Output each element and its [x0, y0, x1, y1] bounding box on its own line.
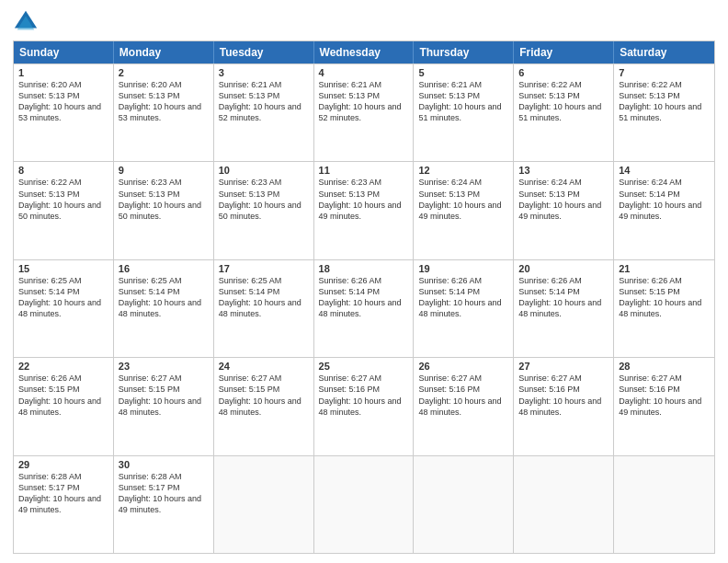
cal-cell-day-26: 26Sunrise: 6:27 AMSunset: 5:16 PMDayligh… [414, 358, 514, 454]
day-info: Sunrise: 6:21 AMSunset: 5:13 PMDaylight:… [219, 79, 309, 124]
day-number: 7 [619, 67, 710, 78]
day-number: 10 [219, 165, 309, 176]
day-number: 2 [119, 67, 209, 78]
header-day-sunday: Sunday [14, 41, 114, 63]
day-info: Sunrise: 6:26 AMSunset: 5:15 PMDaylight:… [18, 373, 108, 418]
day-number: 29 [18, 459, 108, 470]
cal-cell-day-4: 4Sunrise: 6:21 AMSunset: 5:13 PMDaylight… [314, 64, 415, 161]
cal-cell-empty [514, 456, 614, 553]
header-day-friday: Friday [514, 41, 614, 63]
day-number: 25 [319, 361, 409, 372]
cal-cell-day-1: 1Sunrise: 6:20 AMSunset: 5:13 PMDaylight… [14, 64, 114, 161]
day-info: Sunrise: 6:25 AMSunset: 5:14 PMDaylight:… [119, 275, 209, 320]
cal-cell-day-19: 19Sunrise: 6:26 AMSunset: 5:14 PMDayligh… [414, 260, 514, 357]
day-number: 3 [219, 67, 309, 78]
day-info: Sunrise: 6:23 AMSunset: 5:13 PMDaylight:… [219, 177, 309, 222]
day-info: Sunrise: 6:27 AMSunset: 5:15 PMDaylight:… [219, 373, 309, 418]
day-info: Sunrise: 6:27 AMSunset: 5:16 PMDaylight:… [319, 373, 409, 418]
header-day-monday: Monday [114, 41, 214, 63]
cal-week-3: 15Sunrise: 6:25 AMSunset: 5:14 PMDayligh… [14, 259, 714, 357]
day-number: 15 [18, 263, 108, 274]
day-info: Sunrise: 6:24 AMSunset: 5:13 PMDaylight:… [518, 177, 609, 222]
cal-cell-day-12: 12Sunrise: 6:24 AMSunset: 5:13 PMDayligh… [414, 162, 514, 259]
day-number: 24 [219, 361, 309, 372]
day-info: Sunrise: 6:22 AMSunset: 5:13 PMDaylight:… [18, 177, 108, 222]
day-info: Sunrise: 6:20 AMSunset: 5:13 PMDaylight:… [119, 79, 209, 124]
day-number: 17 [219, 263, 309, 274]
header-day-tuesday: Tuesday [214, 41, 314, 63]
calendar-body: 1Sunrise: 6:20 AMSunset: 5:13 PMDaylight… [14, 63, 714, 553]
day-number: 23 [119, 361, 209, 372]
cal-cell-empty [614, 456, 714, 553]
day-number: 1 [18, 67, 108, 78]
day-info: Sunrise: 6:20 AMSunset: 5:13 PMDaylight:… [18, 79, 108, 124]
day-number: 27 [518, 361, 609, 372]
day-info: Sunrise: 6:21 AMSunset: 5:13 PMDaylight:… [418, 79, 508, 124]
day-info: Sunrise: 6:25 AMSunset: 5:14 PMDaylight:… [219, 275, 309, 320]
day-info: Sunrise: 6:24 AMSunset: 5:14 PMDaylight:… [619, 177, 710, 222]
cal-cell-day-9: 9Sunrise: 6:23 AMSunset: 5:13 PMDaylight… [114, 162, 214, 259]
cal-cell-day-2: 2Sunrise: 6:20 AMSunset: 5:13 PMDaylight… [114, 64, 214, 161]
day-info: Sunrise: 6:26 AMSunset: 5:14 PMDaylight:… [319, 275, 409, 320]
cal-week-2: 8Sunrise: 6:22 AMSunset: 5:13 PMDaylight… [14, 161, 714, 259]
day-info: Sunrise: 6:26 AMSunset: 5:14 PMDaylight:… [418, 275, 508, 320]
cal-cell-day-5: 5Sunrise: 6:21 AMSunset: 5:13 PMDaylight… [414, 64, 514, 161]
day-info: Sunrise: 6:28 AMSunset: 5:17 PMDaylight:… [18, 471, 108, 516]
cal-cell-day-23: 23Sunrise: 6:27 AMSunset: 5:15 PMDayligh… [114, 358, 214, 454]
header-day-wednesday: Wednesday [314, 41, 415, 63]
day-info: Sunrise: 6:27 AMSunset: 5:16 PMDaylight:… [418, 373, 508, 418]
day-info: Sunrise: 6:23 AMSunset: 5:13 PMDaylight:… [119, 177, 209, 222]
day-number: 21 [619, 263, 710, 274]
cal-cell-day-25: 25Sunrise: 6:27 AMSunset: 5:16 PMDayligh… [314, 358, 415, 454]
day-info: Sunrise: 6:22 AMSunset: 5:13 PMDaylight:… [518, 79, 609, 124]
header-day-thursday: Thursday [414, 41, 514, 63]
header [13, 9, 715, 35]
cal-cell-day-22: 22Sunrise: 6:26 AMSunset: 5:15 PMDayligh… [14, 358, 114, 454]
cal-week-1: 1Sunrise: 6:20 AMSunset: 5:13 PMDaylight… [14, 63, 714, 161]
day-number: 19 [418, 263, 508, 274]
day-number: 6 [518, 67, 609, 78]
logo [13, 9, 42, 35]
cal-cell-day-11: 11Sunrise: 6:23 AMSunset: 5:13 PMDayligh… [314, 162, 415, 259]
day-info: Sunrise: 6:24 AMSunset: 5:13 PMDaylight:… [418, 177, 508, 222]
page: SundayMondayTuesdayWednesdayThursdayFrid… [0, 0, 728, 563]
cal-cell-day-30: 30Sunrise: 6:28 AMSunset: 5:17 PMDayligh… [114, 456, 214, 553]
cal-cell-day-18: 18Sunrise: 6:26 AMSunset: 5:14 PMDayligh… [314, 260, 415, 357]
day-info: Sunrise: 6:21 AMSunset: 5:13 PMDaylight:… [319, 79, 409, 124]
day-number: 5 [418, 67, 508, 78]
day-info: Sunrise: 6:25 AMSunset: 5:14 PMDaylight:… [18, 275, 108, 320]
cal-cell-empty [414, 456, 514, 553]
day-number: 26 [418, 361, 508, 372]
day-info: Sunrise: 6:27 AMSunset: 5:15 PMDaylight:… [119, 373, 209, 418]
day-number: 30 [119, 459, 209, 470]
cal-cell-day-20: 20Sunrise: 6:26 AMSunset: 5:14 PMDayligh… [514, 260, 614, 357]
day-number: 22 [18, 361, 108, 372]
day-info: Sunrise: 6:22 AMSunset: 5:13 PMDaylight:… [619, 79, 710, 124]
calendar: SundayMondayTuesdayWednesdayThursdayFrid… [13, 40, 715, 554]
cal-cell-day-27: 27Sunrise: 6:27 AMSunset: 5:16 PMDayligh… [514, 358, 614, 454]
cal-cell-empty [314, 456, 415, 553]
cal-week-4: 22Sunrise: 6:26 AMSunset: 5:15 PMDayligh… [14, 357, 714, 454]
cal-cell-day-29: 29Sunrise: 6:28 AMSunset: 5:17 PMDayligh… [14, 456, 114, 553]
cal-cell-day-14: 14Sunrise: 6:24 AMSunset: 5:14 PMDayligh… [614, 162, 714, 259]
logo-icon [13, 9, 39, 35]
cal-week-5: 29Sunrise: 6:28 AMSunset: 5:17 PMDayligh… [14, 455, 714, 553]
cal-cell-day-13: 13Sunrise: 6:24 AMSunset: 5:13 PMDayligh… [514, 162, 614, 259]
cal-cell-day-24: 24Sunrise: 6:27 AMSunset: 5:15 PMDayligh… [214, 358, 314, 454]
cal-cell-day-15: 15Sunrise: 6:25 AMSunset: 5:14 PMDayligh… [14, 260, 114, 357]
header-day-saturday: Saturday [614, 41, 714, 63]
cal-cell-day-3: 3Sunrise: 6:21 AMSunset: 5:13 PMDaylight… [214, 64, 314, 161]
cal-cell-day-21: 21Sunrise: 6:26 AMSunset: 5:15 PMDayligh… [614, 260, 714, 357]
day-number: 18 [319, 263, 409, 274]
day-number: 20 [518, 263, 609, 274]
day-number: 28 [619, 361, 710, 372]
day-number: 13 [518, 165, 609, 176]
day-number: 12 [418, 165, 508, 176]
cal-cell-day-8: 8Sunrise: 6:22 AMSunset: 5:13 PMDaylight… [14, 162, 114, 259]
day-info: Sunrise: 6:23 AMSunset: 5:13 PMDaylight:… [319, 177, 409, 222]
cal-cell-day-16: 16Sunrise: 6:25 AMSunset: 5:14 PMDayligh… [114, 260, 214, 357]
day-info: Sunrise: 6:27 AMSunset: 5:16 PMDaylight:… [518, 373, 609, 418]
cal-cell-day-6: 6Sunrise: 6:22 AMSunset: 5:13 PMDaylight… [514, 64, 614, 161]
day-number: 8 [18, 165, 108, 176]
cal-cell-day-17: 17Sunrise: 6:25 AMSunset: 5:14 PMDayligh… [214, 260, 314, 357]
